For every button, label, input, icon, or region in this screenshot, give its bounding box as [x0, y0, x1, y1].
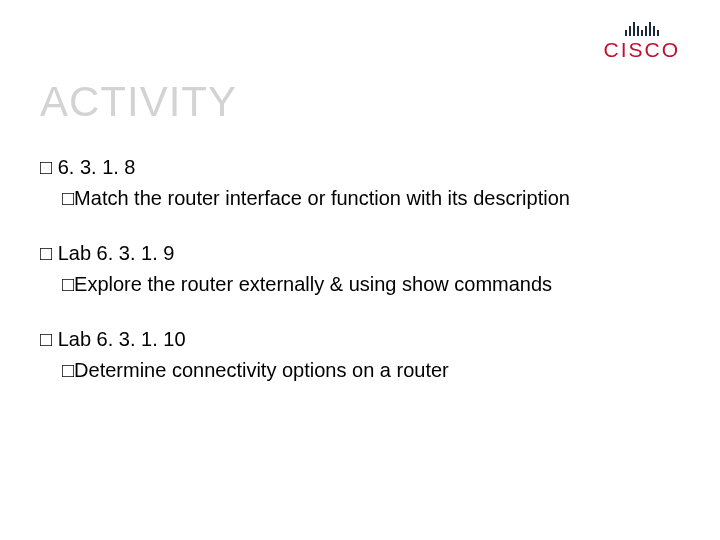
list-subitem: □Determine connectivity options on a rou…	[40, 357, 680, 384]
list-item-label: 6. 3. 1. 8	[58, 156, 136, 178]
cisco-logo-icon	[603, 18, 680, 36]
slide-title: ACTIVITY	[40, 78, 680, 126]
slide: CISCO ACTIVITY □ 6. 3. 1. 8 □Match the r…	[0, 0, 720, 540]
list-item-label: Lab 6. 3. 1. 9	[58, 242, 175, 264]
square-bullet-icon: □	[62, 273, 74, 295]
list-subitem-label: Determine connectivity options on a rout…	[74, 359, 449, 381]
cisco-logo: CISCO	[603, 18, 680, 62]
cisco-logo-text: CISCO	[603, 38, 680, 62]
square-bullet-icon: □	[40, 156, 52, 178]
slide-content: □ 6. 3. 1. 8 □Match the router interface…	[40, 154, 680, 384]
list-item: □ Lab 6. 3. 1. 10	[40, 326, 680, 353]
list-subitem-label: Match the router interface or function w…	[74, 187, 570, 209]
list-item: □ 6. 3. 1. 8	[40, 154, 680, 181]
list-subitem: □Match the router interface or function …	[40, 185, 680, 212]
list-item: □ Lab 6. 3. 1. 9	[40, 240, 680, 267]
square-bullet-icon: □	[40, 328, 52, 350]
square-bullet-icon: □	[62, 359, 74, 381]
list-subitem: □Explore the router externally & using s…	[40, 271, 680, 298]
list-subitem-label: Explore the router externally & using sh…	[74, 273, 552, 295]
list-item-label: Lab 6. 3. 1. 10	[58, 328, 186, 350]
square-bullet-icon: □	[62, 187, 74, 209]
square-bullet-icon: □	[40, 242, 52, 264]
